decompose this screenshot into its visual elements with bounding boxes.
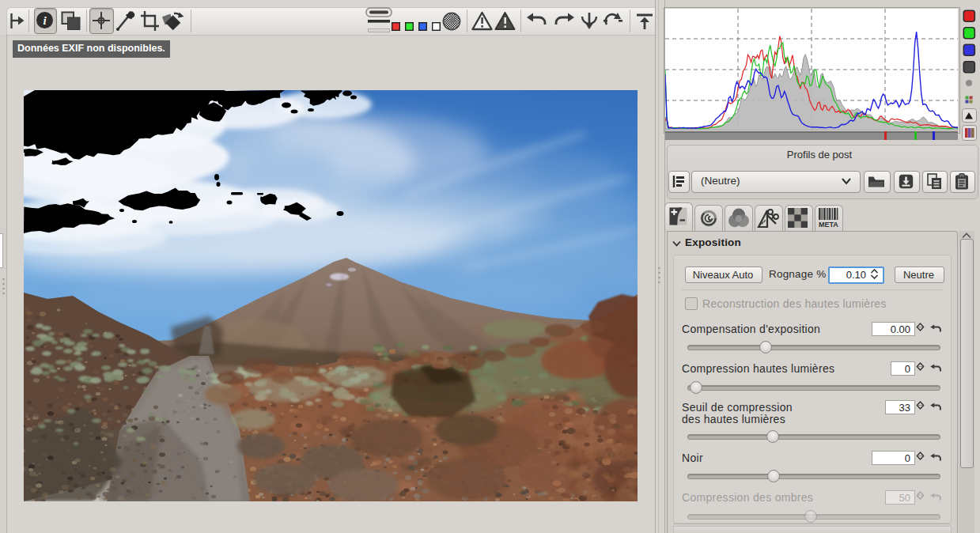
svg-text:META: META (819, 221, 838, 229)
